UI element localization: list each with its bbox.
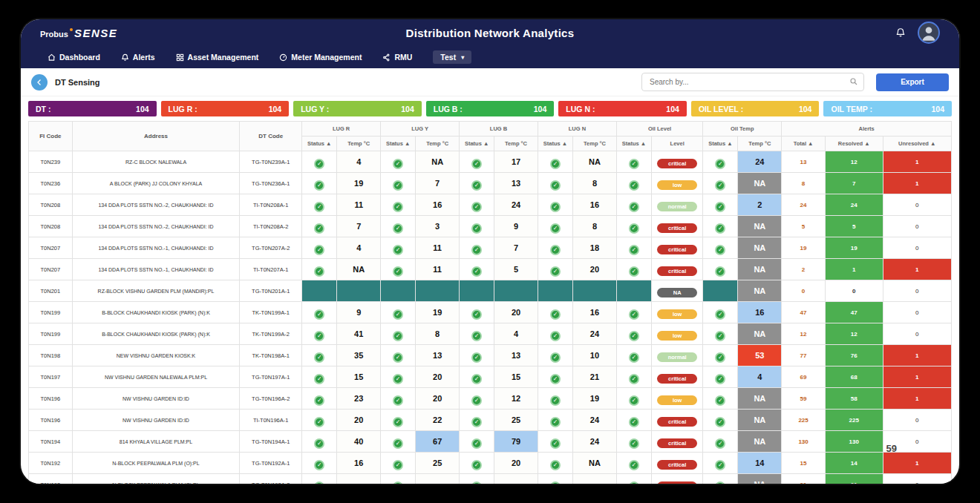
table-row[interactable]: T0N199B-BLOCK CHAUKHANDI KIOSK (PARK) (N… — [29, 302, 952, 323]
table-row[interactable]: T0N199B-BLOCK CHAUKHANDI KIOSK (PARK) (N… — [29, 323, 952, 345]
alerts-total-cell: 19 — [782, 237, 826, 259]
nav-item-label: Asset Management — [188, 53, 259, 62]
brand-accent-dot — [70, 28, 73, 31]
column-subheader[interactable]: Temp °C — [573, 137, 617, 151]
nav-item-meter-management[interactable]: Meter Management — [279, 53, 362, 62]
lug-status-ok-icon: ✓ — [314, 180, 324, 191]
column-subheader[interactable]: Status ▲ — [302, 137, 337, 151]
nav-item-dashboard[interactable]: Dashboard — [48, 53, 100, 62]
alerts-resolved-cell: 21 — [825, 474, 883, 484]
column-subheader[interactable]: Total ▲ — [782, 137, 826, 151]
oil-temp-status-ok-icon: ✓ — [715, 395, 725, 406]
oil-level-status-cell: ✓ — [616, 388, 651, 410]
lug-status-cell: ✓ — [460, 194, 494, 216]
table-row[interactable]: T0N207134 DDA PLOTS SSTN NO.-1, CHAUKHAN… — [29, 259, 952, 280]
column-header[interactable]: DT Code — [240, 122, 302, 151]
alerts-resolved-cell: 130 — [825, 431, 883, 453]
nav-item-asset-management[interactable]: Asset Management — [176, 53, 259, 62]
address-cell: 814 KHYALA VILLAGE PLM:PL — [72, 431, 240, 453]
table-row[interactable]: T0N194814 KHYALA VILLAGE PLM:PLTG-T0N194… — [29, 431, 952, 453]
oil-level-cell: low — [652, 302, 703, 323]
oil-level-cell: critical — [652, 410, 703, 431]
nav-item-label: Test — [440, 53, 456, 62]
lug-status-cell: ✓ — [538, 453, 572, 474]
column-subheader[interactable]: Resolved ▲ — [825, 137, 883, 151]
lug-status-ok-icon: ✓ — [471, 374, 482, 384]
lug-status-cell: ✓ — [381, 151, 416, 173]
lug-temp-cell: 18 — [573, 237, 617, 259]
table-row[interactable]: T0N196NW VISHNU GARDEN ID:IDTG-T0N196A-2… — [29, 388, 952, 410]
lug-temp-cell: 16 — [573, 302, 617, 323]
column-subheader[interactable]: Status ▲ — [538, 137, 572, 151]
column-subheader[interactable]: Status ▲ — [616, 137, 651, 151]
alerts-resolved-cell: 76 — [825, 345, 883, 366]
lug-status-cell: ✓ — [381, 173, 416, 194]
search-input[interactable] — [641, 73, 864, 91]
column-header[interactable]: Address — [72, 122, 240, 151]
table-row[interactable]: T0N197NW VISHNU GARDEN NALEWALA PLM:PLTG… — [29, 366, 952, 388]
oil-temp-cell: NA — [738, 259, 782, 280]
lug-status-cell: ✓ — [460, 237, 494, 259]
oil-temp-status-cell: ✓ — [703, 388, 738, 410]
column-subheader[interactable]: Temp °C — [337, 137, 381, 151]
summary-badge: OIL TEMP :104 — [823, 101, 952, 116]
oil-temp-status-cell — [703, 280, 738, 302]
lug-temp-cell: 23 — [337, 388, 381, 410]
alerts-unresolved-cell: 0 — [883, 280, 951, 302]
oil-temp-status-ok-icon: ✓ — [715, 202, 725, 212]
table-row[interactable]: T0N201RZ-BLOCK VISHNU GARDEN PLM (MANDIR… — [29, 280, 952, 302]
column-subheader[interactable]: Status ▲ — [460, 137, 494, 151]
notifications-bell-icon[interactable] — [895, 27, 906, 38]
lug-status-cell: ✓ — [302, 410, 337, 431]
table-row[interactable]: T0N192N-BLOCK PEEPALWALA PLM (O):PLTG-T0… — [29, 453, 952, 474]
table-row[interactable]: T0N208134 DDA PLOTS SSTN NO.-2, CHAUKHAN… — [29, 216, 952, 237]
lug-status-ok-icon: ✓ — [393, 395, 403, 406]
alerts-total-cell: 47 — [782, 302, 826, 323]
nav-item-alerts[interactable]: Alerts — [121, 53, 155, 62]
lug-temp-cell: 40 — [337, 431, 381, 453]
oil-level-status-ok-icon: ✓ — [629, 460, 639, 470]
table-row[interactable]: T0N196NW VISHNU GARDEN ID:IDTI-T0N196A-1… — [29, 410, 952, 431]
column-subheader[interactable]: Temp °C — [494, 137, 538, 151]
column-subheader[interactable]: Unresolved ▲ — [883, 137, 951, 151]
lug-temp-cell — [416, 280, 460, 302]
user-avatar[interactable] — [918, 22, 940, 44]
lug-temp-cell: 13 — [494, 173, 538, 194]
table-row[interactable]: T0N198NEW VISHNU GARDEN KIOSK:KTK-T0N198… — [29, 345, 952, 366]
lug-status-cell: ✓ — [381, 323, 416, 345]
nav-item-test-dropdown[interactable]: Test ▾ — [433, 50, 471, 64]
column-subheader[interactable]: Status ▲ — [381, 137, 416, 151]
export-button[interactable]: Export — [876, 73, 949, 91]
lug-temp-cell: 11 — [416, 259, 460, 280]
nav-item-rmu[interactable]: RMU — [382, 53, 412, 62]
address-cell: NW VISHNU GARDEN ID:ID — [72, 388, 240, 410]
fi-code-cell: T0N207 — [29, 259, 73, 280]
dt-code-cell: TG-T0N239A-1 — [240, 151, 302, 173]
lug-status-cell: ✓ — [538, 474, 572, 484]
column-subheader[interactable]: Status ▲ — [703, 137, 738, 151]
table-row[interactable]: T0N192N-BLOCK PEEPALWALA PLM (O):PLTG-T0… — [29, 474, 952, 484]
column-subheader[interactable]: Temp °C — [416, 137, 460, 151]
oil-temp-cell: NA — [738, 474, 782, 484]
lug-temp-cell: 13 — [494, 345, 538, 366]
column-subheader[interactable]: Level — [652, 137, 703, 151]
summary-badge: LUG B :104 — [426, 101, 555, 116]
lug-status-cell: ✓ — [460, 453, 494, 474]
table-row[interactable]: T0N239RZ-C BLOCK NALEWALATG-T0N239A-1✓4✓… — [29, 151, 952, 173]
lug-status-ok-icon: ✓ — [550, 438, 561, 449]
back-button[interactable] — [31, 74, 48, 91]
lug-status-cell — [381, 280, 416, 302]
lug-status-cell: ✓ — [302, 302, 337, 323]
lug-status-cell: ✓ — [302, 323, 337, 345]
column-header[interactable]: FI Code — [29, 122, 73, 151]
table-row[interactable]: T0N208134 DDA PLOTS SSTN NO.-2, CHAUKHAN… — [29, 194, 952, 216]
lug-status-cell: ✓ — [538, 410, 572, 431]
summary-badge-label: LUG B : — [434, 105, 463, 114]
page-title: DT Sensing — [55, 78, 100, 87]
lug-temp-cell: 13 — [416, 345, 460, 366]
column-subheader[interactable]: Temp °C — [738, 137, 782, 151]
table-row[interactable]: T0N236A BLOCK (PARK) JJ COLONY KHYALATG-… — [29, 173, 952, 194]
table-row[interactable]: T0N207134 DDA PLOTS SSTN NO.-1, CHAUKHAN… — [29, 237, 952, 259]
dt-code-cell: TG-T0N196A-2 — [240, 388, 302, 410]
lug-status-cell: ✓ — [460, 216, 494, 237]
